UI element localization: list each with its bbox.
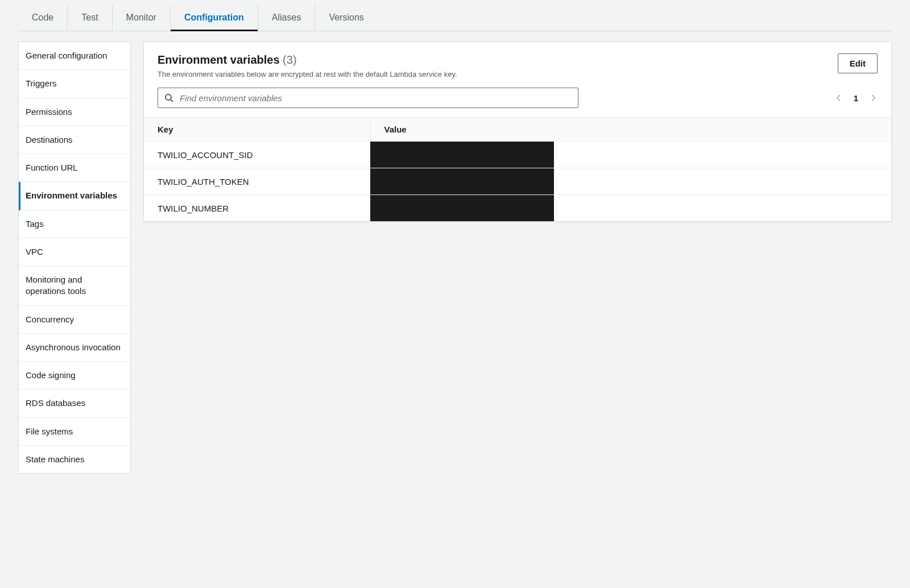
table-row: TWILIO_NUMBER	[144, 195, 891, 222]
sidebar-item-environment-variables[interactable]: Environment variables	[19, 182, 130, 210]
svg-line-1	[171, 100, 173, 102]
panel-title: Environment variables (3)	[158, 53, 838, 67]
env-value	[370, 195, 891, 222]
chevron-right-icon[interactable]	[868, 93, 878, 102]
tab-versions[interactable]: Versions	[315, 5, 377, 31]
redacted-value	[370, 195, 554, 221]
panel-title-text: Environment variables	[158, 53, 280, 66]
sidebar-item-state-machines[interactable]: State machines	[19, 446, 130, 473]
env-key: TWILIO_ACCOUNT_SID	[144, 142, 370, 168]
env-value	[370, 168, 891, 195]
sidebar-item-destinations[interactable]: Destinations	[19, 126, 130, 154]
env-variables-table: Key Value TWILIO_ACCOUNT_SID TWILIO_AUTH…	[144, 117, 891, 221]
sidebar-item-concurrency[interactable]: Concurrency	[19, 306, 130, 334]
svg-point-0	[166, 94, 171, 100]
sidebar-item-async-invocation[interactable]: Asynchronous invocation	[19, 334, 130, 362]
panel-subtitle: The environment variables below are encr…	[158, 70, 838, 78]
sidebar-item-permissions[interactable]: Permissions	[19, 98, 130, 126]
table-row: TWILIO_AUTH_TOKEN	[144, 168, 891, 195]
env-value	[370, 142, 891, 168]
tab-configuration[interactable]: Configuration	[170, 5, 258, 31]
pagination: 1	[834, 93, 878, 103]
tab-code[interactable]: Code	[18, 5, 67, 31]
page-number: 1	[854, 93, 858, 103]
column-header-value[interactable]: Value	[370, 118, 891, 142]
sidebar-item-monitoring-tools[interactable]: Monitoring and operations tools	[19, 266, 130, 306]
sidebar-item-code-signing[interactable]: Code signing	[19, 362, 130, 390]
panel-title-count: (3)	[283, 53, 296, 66]
redacted-value	[370, 168, 554, 194]
sidebar-item-triggers[interactable]: Triggers	[19, 70, 130, 98]
tab-aliases[interactable]: Aliases	[258, 5, 315, 31]
env-key: TWILIO_AUTH_TOKEN	[144, 168, 370, 195]
search-input[interactable]	[158, 88, 578, 108]
chevron-left-icon[interactable]	[834, 93, 843, 102]
table-row: TWILIO_ACCOUNT_SID	[144, 142, 891, 168]
tab-test[interactable]: Test	[67, 5, 111, 31]
tab-monitor[interactable]: Monitor	[112, 5, 170, 31]
sidebar-item-tags[interactable]: Tags	[19, 210, 130, 238]
sidebar-item-file-systems[interactable]: File systems	[19, 418, 130, 446]
sidebar-item-vpc[interactable]: VPC	[19, 238, 130, 266]
sidebar-item-function-url[interactable]: Function URL	[19, 154, 130, 182]
top-tabs: Code Test Monitor Configuration Aliases …	[18, 0, 892, 31]
env-key: TWILIO_NUMBER	[144, 195, 370, 222]
sidebar-item-rds-databases[interactable]: RDS databases	[19, 390, 130, 417]
edit-button[interactable]: Edit	[838, 53, 878, 73]
sidebar-item-general-configuration[interactable]: General configuration	[19, 42, 130, 70]
configuration-sidebar: General configuration Triggers Permissio…	[18, 42, 131, 474]
environment-variables-panel: Environment variables (3) The environmen…	[143, 42, 892, 222]
column-header-key[interactable]: Key	[144, 118, 370, 142]
search-icon	[164, 93, 173, 102]
redacted-value	[370, 142, 554, 168]
